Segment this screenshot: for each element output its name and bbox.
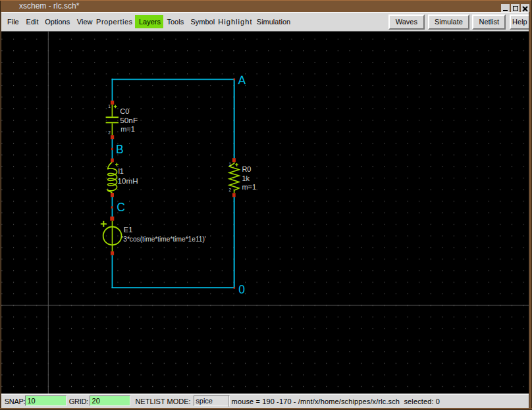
svg-text:2: 2 — [108, 130, 111, 135]
svg-text:1: 1 — [229, 162, 232, 167]
svg-text:m=1: m=1 — [242, 183, 256, 191]
svg-text:C: C — [117, 201, 125, 214]
svg-text:l1: l1 — [118, 167, 124, 175]
svg-text:A: A — [238, 74, 246, 87]
svg-text:50nF: 50nF — [120, 116, 138, 124]
svg-text:0: 0 — [238, 283, 245, 296]
svg-text:'3*cos(time*time*time*1e11)': '3*cos(time*time*time*1e11)' — [122, 235, 205, 243]
svg-text:m=1: m=1 — [120, 125, 135, 133]
svg-text:1k: 1k — [242, 174, 250, 182]
svg-text:R0: R0 — [242, 165, 251, 173]
svg-text:E1: E1 — [124, 226, 132, 234]
svg-text:1: 1 — [108, 104, 111, 109]
svg-text:C0: C0 — [120, 107, 129, 115]
svg-text:10mH: 10mH — [118, 177, 138, 185]
svg-text:2: 2 — [229, 188, 232, 192]
svg-text:B: B — [116, 143, 124, 156]
